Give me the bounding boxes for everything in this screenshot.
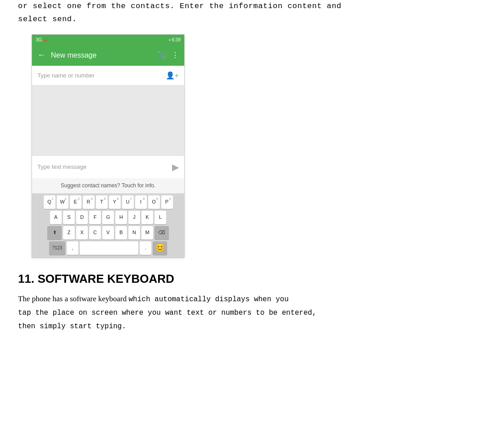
key-p[interactable]: 0P	[161, 195, 173, 209]
text-input-bar[interactable]: Type text message ▶	[32, 155, 184, 178]
intro-line2: select send.	[18, 15, 77, 23]
key-y[interactable]: 6Y	[109, 195, 121, 209]
body-text-mono2: tap the place on screen where you want t…	[18, 309, 317, 317]
space-key[interactable]	[80, 241, 138, 255]
key-k[interactable]: K	[141, 211, 153, 224]
more-options-icon[interactable]: ⋮	[172, 49, 179, 61]
intro-line1: or select one from the contacts. Enter t…	[18, 2, 341, 10]
keyboard-row-1: 1Q 2W 3E 4R 5T 6Y 7U 8I 9O 0P	[33, 195, 183, 209]
suggestion-bar[interactable]: Suggest contact names? Touch for info.	[32, 178, 184, 193]
send-icon[interactable]: ▶	[172, 159, 179, 175]
back-button[interactable]: ←	[37, 48, 45, 62]
emoji-key[interactable]: 😊	[153, 241, 167, 255]
battery-icon: ▪	[169, 36, 171, 44]
key-u[interactable]: 7U	[122, 195, 134, 209]
key-e[interactable]: 3E	[70, 195, 82, 209]
keyboard-row-2: A S D F G H J K L	[33, 211, 183, 224]
key-x[interactable]: X	[76, 226, 88, 240]
key-z[interactable]: Z	[63, 226, 75, 240]
key-f[interactable]: F	[89, 211, 101, 224]
header-title: New message	[51, 49, 96, 61]
keyboard-row-4: ?123 , . 😊	[33, 241, 183, 255]
intro-paragraph: or select one from the contacts. Enter t…	[18, 0, 486, 26]
phone-screenshot: 3G🔺 ▪ 6:39 ← New message 📎 ⋮ Type name o…	[32, 34, 185, 258]
key-g[interactable]: G	[102, 211, 114, 224]
key-c[interactable]: C	[89, 226, 101, 240]
key-a[interactable]: A	[50, 211, 62, 224]
header-icons: 📎 ⋮	[157, 49, 179, 61]
text-input-placeholder: Type text message	[37, 162, 86, 172]
key-m[interactable]: M	[141, 226, 153, 240]
body-text-part1: The phone has a software keyboard which …	[18, 294, 289, 303]
body-text-mono3: then simply start typing.	[18, 322, 126, 330]
key-t[interactable]: 5T	[96, 195, 108, 209]
software-keyboard: 1Q 2W 3E 4R 5T 6Y 7U 8I 9O 0P A S D F G …	[32, 194, 184, 258]
key-h[interactable]: H	[115, 211, 127, 224]
section-number: 11.	[18, 272, 34, 285]
network-indicator: 3G🔺	[36, 36, 49, 44]
body-paragraph: The phone has a software keyboard which …	[18, 292, 486, 333]
to-field[interactable]: Type name or number 👤+	[32, 66, 184, 86]
status-bar: 3G🔺 ▪ 6:39	[32, 35, 184, 45]
to-field-placeholder: Type name or number	[37, 71, 95, 81]
period-key[interactable]: .	[140, 241, 151, 255]
key-s[interactable]: S	[63, 211, 75, 224]
key-w[interactable]: 2W	[57, 195, 68, 209]
message-compose-area[interactable]	[32, 86, 184, 155]
key-d[interactable]: D	[76, 211, 88, 224]
status-icons: ▪ 6:39	[169, 36, 181, 44]
delete-key[interactable]: ⌫	[154, 226, 169, 240]
attachment-icon[interactable]: 📎	[157, 49, 166, 61]
add-contact-icon[interactable]: 👤+	[166, 69, 179, 81]
numeric-key[interactable]: ?123	[49, 241, 65, 255]
key-r[interactable]: 4R	[83, 195, 95, 209]
shift-key[interactable]: ⬆	[47, 226, 62, 240]
key-j[interactable]: J	[128, 211, 140, 224]
comma-key[interactable]: ,	[67, 241, 78, 255]
time-display: 6:39	[172, 36, 181, 44]
key-b[interactable]: B	[115, 226, 127, 240]
keyboard-row-3: ⬆ Z X C V B N M ⌫	[33, 226, 183, 240]
key-l[interactable]: L	[154, 211, 166, 224]
key-i[interactable]: 8I	[135, 195, 147, 209]
body-text-mono1: which automatically displays when you	[128, 295, 288, 303]
app-header: ← New message 📎 ⋮	[32, 45, 184, 66]
key-q[interactable]: 1Q	[44, 195, 55, 209]
key-n[interactable]: N	[128, 226, 140, 240]
section-title: SOFTWARE KEYBOARD	[37, 272, 174, 285]
header-left: ← New message	[37, 48, 96, 62]
key-o[interactable]: 9O	[148, 195, 160, 209]
suggestion-text: Suggest contact names? Touch for info.	[61, 182, 156, 189]
key-v[interactable]: V	[102, 226, 114, 240]
section-heading: 11. SOFTWARE KEYBOARD	[18, 269, 486, 289]
